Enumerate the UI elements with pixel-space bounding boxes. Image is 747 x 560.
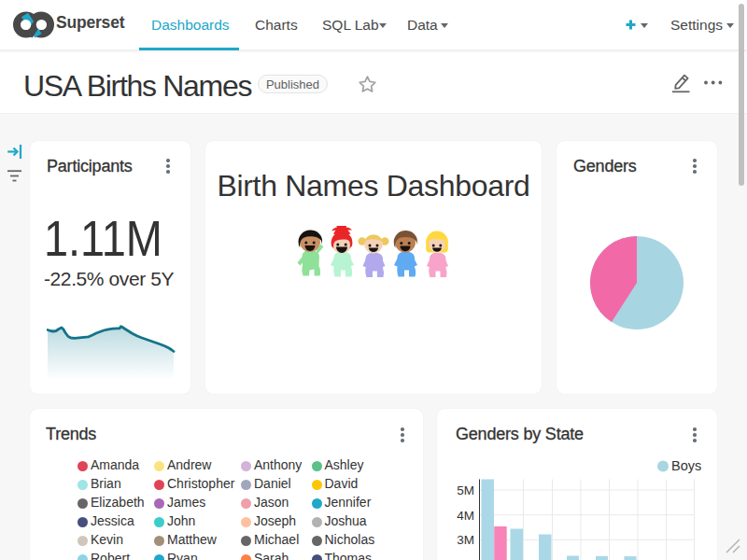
- svg-text:5M: 5M: [457, 483, 474, 497]
- svg-text:4M: 4M: [457, 509, 474, 523]
- svg-text:3M: 3M: [457, 533, 474, 547]
- svg-text:Boys: Boys: [671, 458, 701, 473]
